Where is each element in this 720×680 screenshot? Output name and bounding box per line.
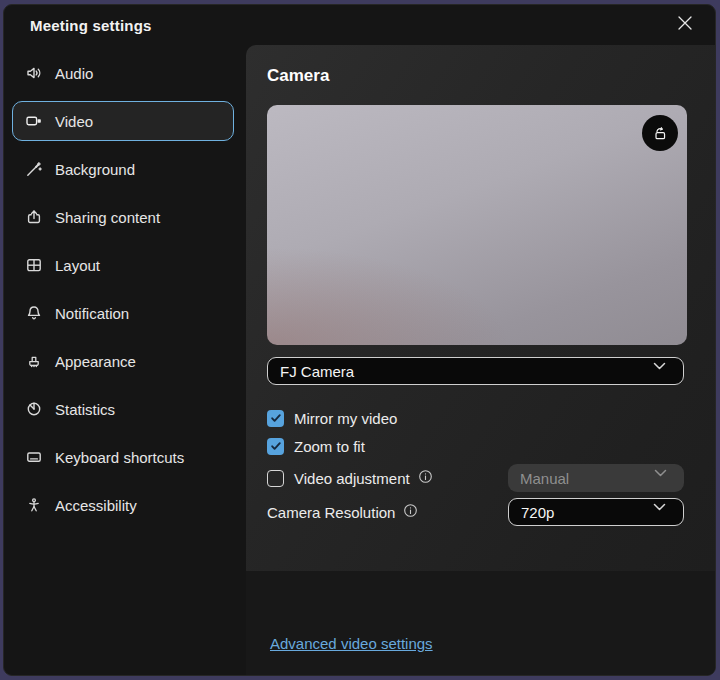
sidebar-item-appearance[interactable]: Appearance [12,341,234,381]
grid-layout-icon [25,256,43,274]
video-adjustment-mode-select: Manual [508,464,684,492]
camera-device-select[interactable]: FJ Camera [267,357,684,385]
sidebar-item-label: Layout [55,257,100,274]
camera-heading: Camera [267,65,715,87]
settings-content: Camera FJ Camera [246,45,715,675]
sidebar-item-label: Video [55,113,93,130]
camera-device-value: FJ Camera [280,363,354,380]
sidebar-item-notification[interactable]: Notification [12,293,234,333]
zoom-to-fit-label: Zoom to fit [294,438,365,455]
video-adjustment-mode-value: Manual [520,470,569,487]
video-adjustment-checkbox[interactable] [267,470,284,487]
video-adjustment-label: Video adjustment [294,470,410,487]
camera-resolution-label: Camera Resolution [267,504,395,521]
video-settings-panel: Camera FJ Camera [246,45,715,571]
camera-resolution-value: 720p [521,504,554,521]
sidebar-item-label: Audio [55,65,93,82]
mirror-my-video-label: Mirror my video [294,410,397,427]
video-camera-icon [25,112,43,130]
sidebar-item-label: Appearance [55,353,136,370]
chevron-down-icon [654,469,672,487]
settings-sidebar: Audio Video Background Sharing content [4,45,246,675]
sidebar-item-label: Accessibility [55,497,137,514]
mirror-my-video-checkbox[interactable] [267,410,284,427]
speaker-icon [25,64,43,82]
camera-options: Mirror my video Zoom to fit Video adjust… [267,408,684,526]
zoom-to-fit-row: Zoom to fit [267,436,684,456]
dialog-title: Meeting settings [30,17,152,34]
pie-chart-icon [25,400,43,418]
chevron-down-icon [653,362,671,380]
sidebar-item-audio[interactable]: Audio [12,53,234,93]
mirror-my-video-row: Mirror my video [267,408,684,428]
sidebar-item-background[interactable]: Background [12,149,234,189]
sidebar-item-label: Keyboard shortcuts [55,449,184,466]
camera-resolution-select[interactable]: 720p [508,498,684,526]
close-icon [678,16,696,34]
camera-preview [267,105,687,345]
magic-wand-icon [25,160,43,178]
sidebar-item-accessibility[interactable]: Accessibility [12,485,234,525]
sidebar-item-statistics[interactable]: Statistics [12,389,234,429]
rotate-camera-icon [651,124,669,142]
zoom-to-fit-checkbox[interactable] [267,438,284,455]
meeting-settings-dialog: Meeting settings Audio Video [3,4,716,676]
bell-icon [25,304,43,322]
close-button[interactable] [673,11,701,39]
dialog-body: Audio Video Background Sharing content [4,45,715,675]
paint-brush-icon [25,352,43,370]
dialog-titlebar: Meeting settings [4,5,715,45]
keyboard-icon [25,448,43,466]
camera-resolution-row: Camera Resolution 720p [267,498,684,526]
rotate-camera-button[interactable] [642,115,678,151]
info-icon[interactable] [418,469,436,487]
sidebar-item-label: Background [55,161,135,178]
sidebar-item-video[interactable]: Video [12,101,234,141]
sidebar-item-label: Notification [55,305,129,322]
panel-footer: Advanced video settings [246,571,715,675]
sidebar-item-sharing-content[interactable]: Sharing content [12,197,234,237]
share-upload-icon [25,208,43,226]
accessibility-icon [25,496,43,514]
chevron-down-icon [653,503,671,521]
sidebar-item-label: Statistics [55,401,115,418]
sidebar-item-keyboard-shortcuts[interactable]: Keyboard shortcuts [12,437,234,477]
sidebar-item-layout[interactable]: Layout [12,245,234,285]
info-icon[interactable] [403,503,421,521]
video-adjustment-row: Video adjustment Manual [267,464,684,492]
advanced-video-settings-link[interactable]: Advanced video settings [270,635,433,652]
sidebar-item-label: Sharing content [55,209,160,226]
